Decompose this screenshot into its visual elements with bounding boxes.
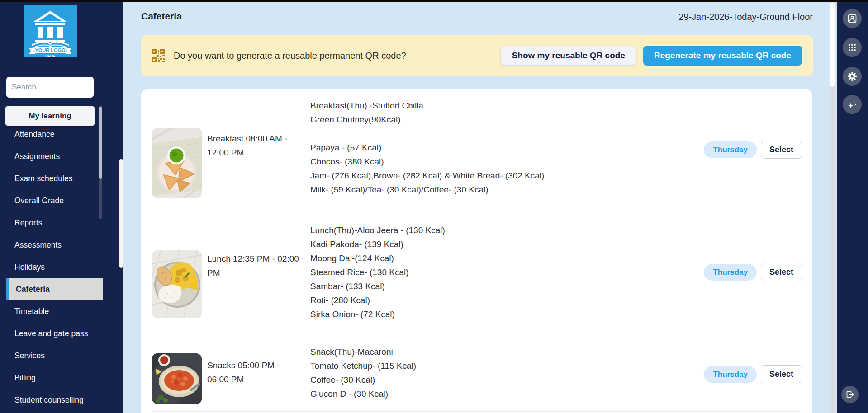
sidebar-item-label: Student counselling bbox=[14, 395, 84, 404]
meal-menu-text: Snack(Thu)-MacaroniTomato Ketchup- (115 … bbox=[310, 325, 801, 401]
meal-row-snacks: Snacks 05:00 PM -06:00 PM Snack(Thu)-Mac… bbox=[152, 325, 801, 412]
meal-row-breakfast: Breakfast 08:00 AM -12:00 PM Breakfast(T… bbox=[152, 89, 801, 205]
breakfast-photo-stuffed-chilla bbox=[152, 128, 202, 198]
menu-line: Green Chutney(90Kcal) bbox=[310, 113, 801, 127]
sidebar-item-holidays[interactable]: Holidays bbox=[0, 256, 103, 278]
sidebar-item-label: Assignments bbox=[14, 152, 60, 161]
sidebar: YOUR LOGO HERE My learning AttendanceAss… bbox=[0, 0, 123, 413]
sidebar-item-exam-schedules[interactable]: Exam schedules bbox=[0, 168, 103, 190]
snacks-photo-macaroni bbox=[152, 353, 202, 404]
content-left-scrollbar-thumb[interactable] bbox=[119, 159, 123, 268]
meal-row-lunch: Lunch 12:35 PM - 02:00PM Lunch(Thu)-Aloo… bbox=[152, 205, 801, 325]
sidebar-scrollbar-thumb[interactable] bbox=[99, 107, 102, 179]
menu-line: Roti- (280 Kcal) bbox=[310, 293, 801, 307]
school-logo: YOUR LOGO HERE bbox=[24, 5, 77, 57]
sidebar-item-label: Billing bbox=[14, 373, 36, 382]
regenerate-qr-button[interactable]: Regenerate my reusable QR code bbox=[643, 46, 802, 66]
menu-line: Sirka Onion- (72 Kcal) bbox=[310, 307, 801, 321]
search-input[interactable] bbox=[6, 77, 94, 98]
menu-line: Sambar- (133 Kcal) bbox=[310, 279, 801, 293]
sidebar-item-reports[interactable]: Reports bbox=[0, 212, 103, 234]
sidebar-item-leave-and-gate-pass[interactable]: Leave and gate pass bbox=[0, 323, 103, 345]
day-chip: Thursday bbox=[704, 264, 757, 281]
page-title: Cafeteria bbox=[141, 11, 182, 22]
sidebar-item-attendance[interactable]: Attendance bbox=[0, 123, 103, 145]
sidebar-item-assessments[interactable]: Assessments bbox=[0, 234, 103, 256]
window-top-strip bbox=[0, 0, 868, 2]
sidebar-item-services[interactable]: Services bbox=[0, 345, 103, 367]
sidebar-item-cafeteria[interactable]: Cafeteria bbox=[6, 278, 103, 300]
sidebar-item-label: Reports bbox=[14, 218, 42, 227]
sidebar-item-label: Timetable bbox=[14, 307, 49, 316]
menu-line: Lunch(Thu)-Aloo Jeera - (130 Kcal) bbox=[310, 223, 801, 237]
meal-time-label: Breakfast 08:00 AM -12:00 PM bbox=[207, 131, 310, 160]
qr-banner: Do you want to generate a reusable perma… bbox=[141, 35, 813, 76]
logout-icon[interactable] bbox=[841, 386, 859, 403]
main-scrollbar-thumb[interactable] bbox=[830, 3, 835, 87]
show-qr-button[interactable]: Show my reusable QR code bbox=[501, 46, 636, 66]
logo-text-line1: YOUR LOGO bbox=[35, 47, 66, 53]
qr-code-icon bbox=[152, 49, 165, 62]
logo-text-line2: HERE bbox=[45, 54, 56, 57]
day-chip: Thursday bbox=[704, 366, 757, 383]
profile-card-icon[interactable] bbox=[843, 9, 862, 28]
apps-grid-icon[interactable] bbox=[843, 38, 862, 57]
sidebar-item-label: Holidays bbox=[14, 263, 45, 272]
meal-time-label: Lunch 12:35 PM - 02:00PM bbox=[207, 252, 310, 280]
sidebar-item-label: Cafeteria bbox=[16, 285, 50, 294]
menu-line: Snack(Thu)-Macaroni bbox=[310, 345, 801, 359]
sidebar-item-label: Attendance bbox=[14, 130, 55, 139]
sidebar-item-label: Exam schedules bbox=[14, 174, 72, 183]
menu-line: Jam- (276 Kcal),Brown- (282 Kcal) & Whit… bbox=[310, 169, 801, 183]
select-button[interactable]: Select bbox=[761, 263, 802, 281]
day-chip: Thursday bbox=[704, 141, 757, 158]
select-button[interactable]: Select bbox=[761, 141, 802, 159]
sidebar-item-assignments[interactable]: Assignments bbox=[0, 145, 103, 168]
sidebar-item-billing[interactable]: Billing bbox=[0, 367, 103, 389]
menu-line bbox=[310, 127, 801, 141]
menu-line: Milk- (59 Kcal)/Tea- (30 Kcal)/Coffee- (… bbox=[310, 183, 801, 197]
qr-banner-question: Do you want to generate a reusable perma… bbox=[174, 51, 406, 61]
right-rail bbox=[837, 2, 868, 413]
menu-line: Glucon D - (30 Kcal) bbox=[310, 387, 801, 401]
select-button[interactable]: Select bbox=[761, 365, 802, 383]
date-location-info: 29-Jan-2026-Today-Ground Floor bbox=[678, 12, 813, 22]
sidebar-item-label: Assessments bbox=[14, 240, 62, 249]
sidebar-item-student-counselling[interactable]: Student counselling bbox=[0, 389, 103, 411]
main-content: Cafeteria 29-Jan-2026-Today-Ground Floor… bbox=[123, 2, 837, 413]
meal-card: Breakfast 08:00 AM -12:00 PM Breakfast(T… bbox=[141, 89, 812, 413]
menu-line: Breakfast(Thu) -Stuffed Chilla bbox=[310, 99, 801, 113]
sidebar-item-overall-grade[interactable]: Overall Grade bbox=[0, 190, 103, 212]
settings-gear-icon[interactable] bbox=[843, 67, 862, 86]
lunch-photo-kadhi-rice bbox=[152, 250, 202, 318]
sidebar-menu: AttendanceAssignmentsExam schedulesOvera… bbox=[0, 123, 103, 411]
sparkles-icon[interactable] bbox=[843, 95, 862, 114]
sidebar-item-timetable[interactable]: Timetable bbox=[0, 300, 103, 323]
sidebar-item-label: Services bbox=[14, 351, 45, 360]
sidebar-item-label: Overall Grade bbox=[14, 196, 64, 205]
sidebar-item-label: Leave and gate pass bbox=[14, 329, 88, 338]
meal-list: Breakfast 08:00 AM -12:00 PM Breakfast(T… bbox=[141, 89, 812, 412]
menu-line: Kadi Pakoda- (139 Kcal) bbox=[310, 237, 801, 251]
meal-time-label: Snacks 05:00 PM -06:00 PM bbox=[207, 358, 310, 386]
